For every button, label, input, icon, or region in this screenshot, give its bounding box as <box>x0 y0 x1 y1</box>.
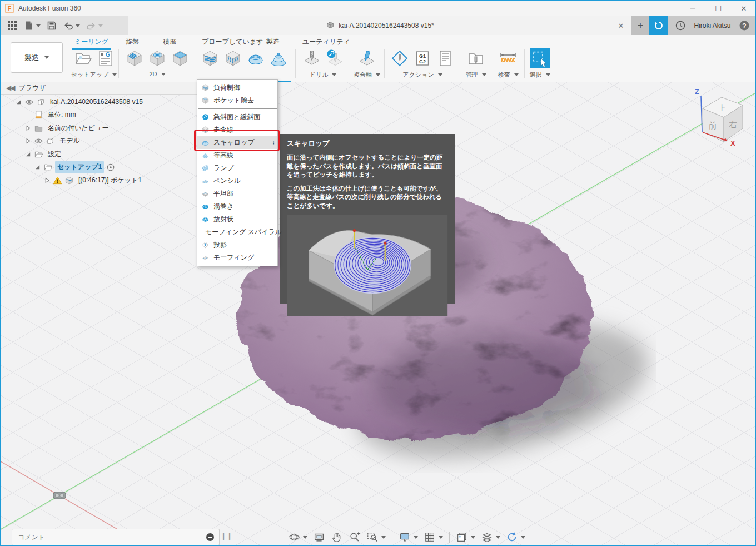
tool-2d-face-button[interactable] <box>170 48 190 68</box>
menu-item-3d[interactable]: モーフィング <box>197 251 277 264</box>
grid-snap-button[interactable] <box>422 530 444 544</box>
menu-item-3d[interactable]: 走査線 <box>197 123 277 136</box>
tree-item-label[interactable]: 設定 <box>46 148 63 160</box>
tree-item-label[interactable]: [(0:46:17)] ポケット1 <box>76 175 144 186</box>
menu-item-3d[interactable]: 平坦部 <box>197 187 277 200</box>
tool-drill-partial-button[interactable] <box>325 48 345 68</box>
tree-row[interactable]: モデル <box>24 136 82 147</box>
expander-closed-icon[interactable] <box>43 177 51 184</box>
ribbon-group-label[interactable]: 複合軸 <box>351 71 383 79</box>
tree-item-label[interactable]: 単位: mm <box>46 109 78 121</box>
expander-open-icon[interactable] <box>24 151 32 158</box>
ribbon-tab-2[interactable]: 旋盤 <box>126 37 139 48</box>
ribbon-group-label[interactable]: ドリル <box>299 71 347 79</box>
tool-select-button[interactable] <box>530 48 550 68</box>
undo-button[interactable] <box>61 19 82 32</box>
menu-item-3d[interactable]: モーフィング スパイラル <box>197 226 277 239</box>
kebab-menu-icon[interactable]: ⁞ <box>272 142 275 144</box>
expander-closed-icon[interactable] <box>24 125 32 132</box>
document-close-icon[interactable]: ✕ <box>616 21 626 31</box>
save-button[interactable] <box>44 19 59 32</box>
ribbon-group-label[interactable]: 選択 <box>526 71 553 79</box>
viewports-button[interactable] <box>455 530 476 544</box>
menu-item-3d[interactable]: ポケット除去 <box>197 94 277 107</box>
orbit-button[interactable] <box>287 530 309 544</box>
tree-row[interactable]: kai-A.20140205162443508 v15 <box>15 96 145 107</box>
clock-icon[interactable] <box>675 20 686 31</box>
tool-spiral-button[interactable] <box>268 48 289 68</box>
help-icon[interactable]: ? <box>739 20 750 31</box>
tree-item-label[interactable]: kai-A.20140205162443508 v15 <box>48 97 145 107</box>
ribbon-group-label[interactable]: セットアップ <box>68 71 120 79</box>
tool-simulate-button[interactable] <box>390 48 410 68</box>
menu-item-3d[interactable]: ペンシル <box>197 175 277 187</box>
ribbon-group-label[interactable]: 検査 <box>493 71 523 79</box>
steep-shallow-icon <box>201 113 210 121</box>
target-icon <box>106 163 115 172</box>
minimize-button[interactable]: ─ <box>680 1 705 16</box>
tool-multiaxis-button[interactable] <box>357 48 377 68</box>
ribbon-group-label[interactable]: 2D <box>122 71 193 77</box>
user-name[interactable]: Hiroki Akitsu <box>686 22 739 29</box>
comment-bar-resize-handle[interactable]: ❙❙ <box>221 532 233 540</box>
refresh-button[interactable] <box>505 530 526 544</box>
steps-button[interactable] <box>480 530 501 544</box>
tree-item-label[interactable]: モデル <box>57 135 82 147</box>
maximize-button[interactable]: ☐ <box>705 1 731 16</box>
collapse-panel-icon[interactable]: ◀◀ <box>6 84 14 92</box>
new-file-button[interactable] <box>22 19 42 32</box>
tree-row[interactable]: [(0:46:17)] ポケット1 <box>43 175 144 186</box>
ribbon-tab-4[interactable]: プローブしています <box>202 37 263 48</box>
tree-row[interactable]: 名前の付いたビュー <box>24 122 111 133</box>
new-document-tab-button[interactable]: + <box>631 16 649 35</box>
tree-row[interactable]: セットアップ1 <box>34 162 115 173</box>
tool-inspect-button[interactable] <box>498 48 518 68</box>
tool-gcode-button[interactable]: G <box>96 48 116 68</box>
ribbon-group-label[interactable]: 管理 <box>462 71 490 79</box>
menu-item-3d[interactable]: 急斜面と緩斜面 <box>197 111 277 123</box>
menu-item-3d[interactable]: 放射状 <box>197 213 277 226</box>
tree-row[interactable]: 単位: mm <box>24 110 78 121</box>
ribbon-tab-5[interactable]: 製造 <box>266 37 280 48</box>
ribbon-tab-3[interactable]: 積層 <box>163 37 176 48</box>
menu-item-3d[interactable]: 等高線 <box>197 149 277 162</box>
tool-parallel-button[interactable] <box>223 48 243 68</box>
tool-2d-pocket-button[interactable] <box>147 48 167 68</box>
menu-item-3d[interactable]: 投影 <box>197 239 277 251</box>
document-tab[interactable]: kai-A.20140205162443508 v15* ✕ <box>128 16 631 35</box>
menu-item-3d[interactable]: 渦巻き <box>197 200 277 213</box>
redo-button[interactable] <box>84 19 105 32</box>
comment-input[interactable] <box>12 533 206 541</box>
apps-grid-button[interactable] <box>5 19 19 32</box>
job-status-button[interactable] <box>649 16 668 35</box>
expander-open-icon[interactable] <box>15 98 22 106</box>
ribbon-group-label[interactable]: アクション <box>386 71 459 79</box>
look-at-button[interactable] <box>312 530 326 544</box>
menu-item-3d[interactable]: ランプ <box>197 162 277 175</box>
ribbon-tab-6[interactable]: ユーティリティ <box>302 37 350 48</box>
tool-manage-button[interactable] <box>466 48 486 68</box>
tool-drill-button[interactable] <box>302 48 322 68</box>
tree-row[interactable]: 設定 <box>24 148 63 160</box>
menu-item-3d[interactable]: 負荷制御 <box>197 81 277 94</box>
tool-postprocess-button[interactable]: G1G2 <box>412 48 432 68</box>
view-cube[interactable]: 上 前 右 Z X <box>687 84 754 150</box>
workspace-selector-button[interactable]: 製造 <box>11 42 63 73</box>
ribbon-tab-1[interactable]: ミーリング <box>74 37 108 48</box>
tool-2d-adaptive-button[interactable] <box>125 48 145 68</box>
tool-setup-folder-button[interactable] <box>73 48 93 68</box>
tool-scallop-button[interactable] <box>246 48 266 68</box>
expander-open-icon[interactable] <box>34 163 41 171</box>
menu-item-3d[interactable]: スキャロップ⁞ <box>197 136 277 149</box>
tree-item-label[interactable]: 名前の付いたビュー <box>46 122 111 134</box>
close-button[interactable]: ✕ <box>731 1 756 16</box>
expander-closed-icon[interactable] <box>24 137 32 145</box>
tree-item-label[interactable]: セットアップ1 <box>55 161 104 173</box>
tool-setupsheet-button[interactable] <box>435 48 455 68</box>
display-settings-button[interactable] <box>397 530 419 544</box>
zoom-button[interactable] <box>347 530 362 544</box>
zoom-window-button[interactable] <box>365 530 387 544</box>
comment-expand-icon[interactable] <box>206 533 215 542</box>
pan-button[interactable] <box>330 530 344 544</box>
tool-adaptive-clearing-button[interactable] <box>200 48 220 68</box>
